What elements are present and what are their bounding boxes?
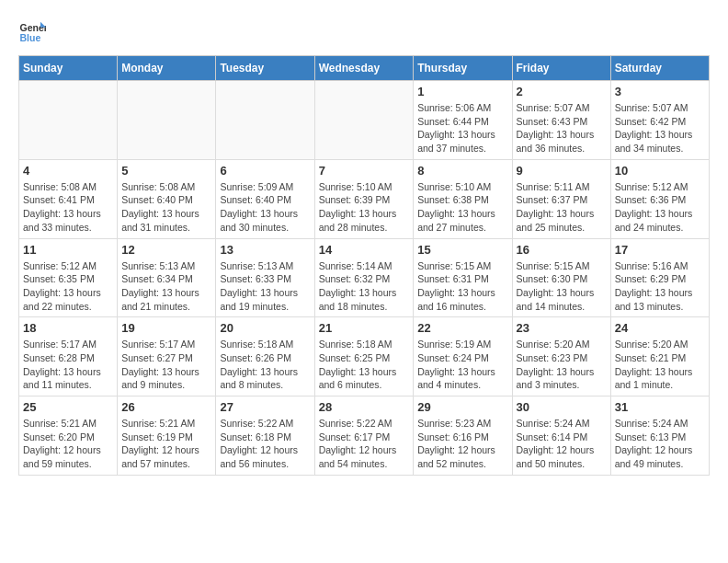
weekday-header-monday: Monday	[118, 56, 216, 81]
day-info: Sunrise: 5:16 AM Sunset: 6:29 PM Dayligh…	[615, 259, 705, 314]
calendar-cell	[19, 81, 118, 160]
weekday-header-tuesday: Tuesday	[216, 56, 314, 81]
calendar-cell: 30Sunrise: 5:24 AM Sunset: 6:14 PM Dayli…	[512, 396, 610, 476]
day-number: 31	[615, 400, 705, 414]
day-number: 8	[417, 164, 507, 178]
day-number: 12	[121, 243, 211, 257]
day-number: 7	[319, 164, 410, 178]
day-number: 29	[417, 400, 507, 414]
calendar-cell: 2Sunrise: 5:07 AM Sunset: 6:43 PM Daylig…	[512, 81, 610, 160]
page-header: GeneralBlue	[18, 18, 710, 46]
day-info: Sunrise: 5:24 AM Sunset: 6:13 PM Dayligh…	[615, 417, 705, 471]
day-info: Sunrise: 5:18 AM Sunset: 6:25 PM Dayligh…	[319, 338, 410, 392]
day-number: 26	[121, 400, 211, 414]
svg-text:Blue: Blue	[20, 32, 41, 43]
day-info: Sunrise: 5:21 AM Sunset: 6:19 PM Dayligh…	[121, 417, 211, 471]
calendar-cell: 7Sunrise: 5:10 AM Sunset: 6:39 PM Daylig…	[314, 159, 414, 238]
calendar-cell: 12Sunrise: 5:13 AM Sunset: 6:34 PM Dayli…	[118, 238, 216, 317]
day-info: Sunrise: 5:08 AM Sunset: 6:41 PM Dayligh…	[23, 180, 113, 235]
day-info: Sunrise: 5:08 AM Sunset: 6:40 PM Dayligh…	[121, 180, 211, 235]
day-number: 16	[517, 243, 607, 257]
day-info: Sunrise: 5:15 AM Sunset: 6:31 PM Dayligh…	[417, 259, 507, 314]
week-row-1: 1Sunrise: 5:06 AM Sunset: 6:44 PM Daylig…	[19, 81, 710, 160]
day-info: Sunrise: 5:13 AM Sunset: 6:33 PM Dayligh…	[220, 259, 310, 314]
day-number: 15	[417, 243, 507, 257]
day-info: Sunrise: 5:10 AM Sunset: 6:39 PM Dayligh…	[319, 180, 410, 235]
calendar-cell: 9Sunrise: 5:11 AM Sunset: 6:37 PM Daylig…	[512, 159, 610, 238]
calendar-cell: 28Sunrise: 5:22 AM Sunset: 6:17 PM Dayli…	[314, 396, 414, 476]
day-info: Sunrise: 5:18 AM Sunset: 6:26 PM Dayligh…	[220, 338, 310, 392]
day-number: 9	[517, 164, 607, 178]
calendar-cell: 26Sunrise: 5:21 AM Sunset: 6:19 PM Dayli…	[118, 396, 216, 476]
day-info: Sunrise: 5:12 AM Sunset: 6:36 PM Dayligh…	[615, 180, 705, 235]
weekday-header-row: SundayMondayTuesdayWednesdayThursdayFrid…	[19, 56, 710, 81]
week-row-4: 18Sunrise: 5:17 AM Sunset: 6:28 PM Dayli…	[19, 317, 710, 396]
week-row-2: 4Sunrise: 5:08 AM Sunset: 6:41 PM Daylig…	[19, 159, 710, 238]
day-info: Sunrise: 5:07 AM Sunset: 6:42 PM Dayligh…	[615, 101, 705, 155]
calendar-cell: 19Sunrise: 5:17 AM Sunset: 6:27 PM Dayli…	[118, 317, 216, 396]
day-number: 25	[23, 400, 113, 414]
day-number: 2	[517, 85, 607, 98]
calendar-cell: 14Sunrise: 5:14 AM Sunset: 6:32 PM Dayli…	[314, 238, 414, 317]
day-number: 20	[220, 321, 310, 335]
day-number: 30	[517, 400, 607, 414]
day-number: 1	[417, 85, 507, 98]
day-info: Sunrise: 5:14 AM Sunset: 6:32 PM Dayligh…	[319, 259, 410, 314]
day-number: 28	[319, 400, 410, 414]
calendar-cell	[314, 81, 414, 160]
day-info: Sunrise: 5:09 AM Sunset: 6:40 PM Dayligh…	[220, 180, 310, 235]
day-info: Sunrise: 5:22 AM Sunset: 6:18 PM Dayligh…	[220, 417, 310, 471]
day-info: Sunrise: 5:13 AM Sunset: 6:34 PM Dayligh…	[121, 259, 211, 314]
weekday-header-saturday: Saturday	[610, 56, 709, 81]
calendar-cell: 13Sunrise: 5:13 AM Sunset: 6:33 PM Dayli…	[216, 238, 314, 317]
day-number: 11	[23, 243, 113, 257]
day-number: 4	[23, 164, 113, 178]
day-number: 22	[417, 321, 507, 335]
calendar-cell: 10Sunrise: 5:12 AM Sunset: 6:36 PM Dayli…	[610, 159, 709, 238]
day-number: 14	[319, 243, 410, 257]
day-number: 6	[220, 164, 310, 178]
calendar-cell: 21Sunrise: 5:18 AM Sunset: 6:25 PM Dayli…	[314, 317, 414, 396]
day-info: Sunrise: 5:21 AM Sunset: 6:20 PM Dayligh…	[23, 417, 113, 471]
day-info: Sunrise: 5:07 AM Sunset: 6:43 PM Dayligh…	[517, 101, 607, 155]
day-info: Sunrise: 5:17 AM Sunset: 6:27 PM Dayligh…	[121, 338, 211, 392]
day-info: Sunrise: 5:23 AM Sunset: 6:16 PM Dayligh…	[417, 417, 507, 471]
day-info: Sunrise: 5:20 AM Sunset: 6:23 PM Dayligh…	[517, 338, 607, 392]
day-info: Sunrise: 5:17 AM Sunset: 6:28 PM Dayligh…	[23, 338, 113, 392]
day-number: 17	[615, 243, 705, 257]
week-row-3: 11Sunrise: 5:12 AM Sunset: 6:35 PM Dayli…	[19, 238, 710, 317]
calendar-cell: 11Sunrise: 5:12 AM Sunset: 6:35 PM Dayli…	[19, 238, 118, 317]
day-number: 21	[319, 321, 410, 335]
logo: GeneralBlue	[18, 18, 46, 46]
day-number: 24	[615, 321, 705, 335]
weekday-header-sunday: Sunday	[19, 56, 118, 81]
day-number: 3	[615, 85, 705, 98]
calendar-cell: 6Sunrise: 5:09 AM Sunset: 6:40 PM Daylig…	[216, 159, 314, 238]
calendar-cell	[216, 81, 314, 160]
day-info: Sunrise: 5:24 AM Sunset: 6:14 PM Dayligh…	[517, 417, 607, 471]
day-info: Sunrise: 5:11 AM Sunset: 6:37 PM Dayligh…	[517, 180, 607, 235]
day-number: 19	[121, 321, 211, 335]
calendar-cell: 31Sunrise: 5:24 AM Sunset: 6:13 PM Dayli…	[610, 396, 709, 476]
calendar-cell: 4Sunrise: 5:08 AM Sunset: 6:41 PM Daylig…	[19, 159, 118, 238]
calendar-cell: 8Sunrise: 5:10 AM Sunset: 6:38 PM Daylig…	[414, 159, 512, 238]
day-info: Sunrise: 5:20 AM Sunset: 6:21 PM Dayligh…	[615, 338, 705, 392]
calendar-cell: 3Sunrise: 5:07 AM Sunset: 6:42 PM Daylig…	[610, 81, 709, 160]
day-info: Sunrise: 5:12 AM Sunset: 6:35 PM Dayligh…	[23, 259, 113, 314]
day-info: Sunrise: 5:10 AM Sunset: 6:38 PM Dayligh…	[417, 180, 507, 235]
day-number: 27	[220, 400, 310, 414]
day-info: Sunrise: 5:19 AM Sunset: 6:24 PM Dayligh…	[417, 338, 507, 392]
calendar-cell: 18Sunrise: 5:17 AM Sunset: 6:28 PM Dayli…	[19, 317, 118, 396]
calendar-cell: 17Sunrise: 5:16 AM Sunset: 6:29 PM Dayli…	[610, 238, 709, 317]
weekday-header-thursday: Thursday	[414, 56, 512, 81]
calendar-table: SundayMondayTuesdayWednesdayThursdayFrid…	[18, 55, 710, 476]
calendar-cell	[118, 81, 216, 160]
day-number: 23	[517, 321, 607, 335]
calendar-cell: 24Sunrise: 5:20 AM Sunset: 6:21 PM Dayli…	[610, 317, 709, 396]
calendar-cell: 29Sunrise: 5:23 AM Sunset: 6:16 PM Dayli…	[414, 396, 512, 476]
calendar-cell: 16Sunrise: 5:15 AM Sunset: 6:30 PM Dayli…	[512, 238, 610, 317]
day-number: 13	[220, 243, 310, 257]
day-number: 18	[23, 321, 113, 335]
calendar-cell: 20Sunrise: 5:18 AM Sunset: 6:26 PM Dayli…	[216, 317, 314, 396]
calendar-cell: 25Sunrise: 5:21 AM Sunset: 6:20 PM Dayli…	[19, 396, 118, 476]
